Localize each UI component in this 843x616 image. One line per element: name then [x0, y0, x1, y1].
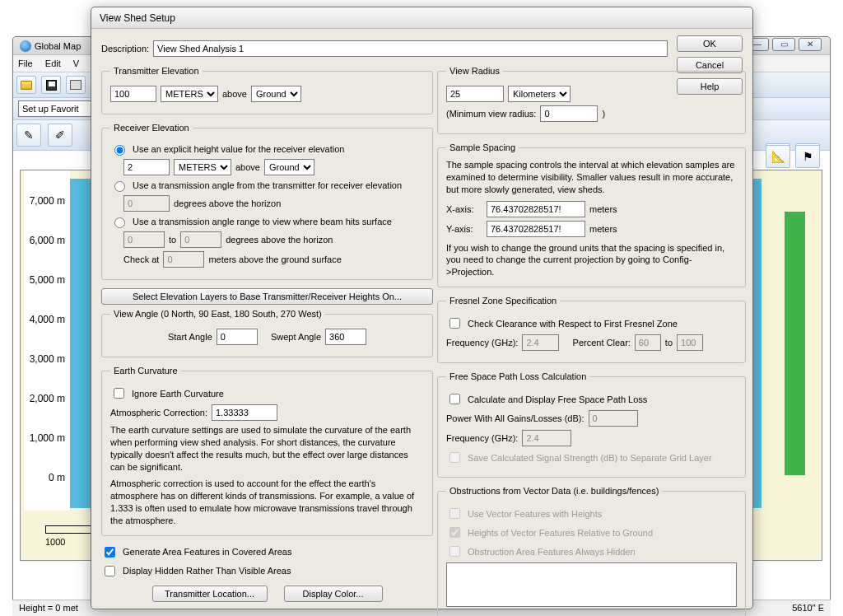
obs-hidden-checkbox [449, 546, 460, 557]
rx-angle-from [123, 231, 165, 248]
menu-v[interactable]: V [73, 58, 79, 68]
close-button[interactable]: ✕ [799, 38, 822, 51]
rx-angle-radio[interactable] [114, 181, 125, 192]
loss-power-input [589, 410, 638, 427]
tool-pan[interactable]: ✎ [16, 124, 41, 147]
description-input[interactable] [153, 40, 668, 57]
transmitter-elevation-group: Transmitter Elevation METERS above Groun… [101, 66, 433, 114]
view-radius-group: View Radius Kilometers (Minimum view rad… [437, 66, 746, 134]
view-angle-group: View Angle (0 North, 90 East, 180 South,… [101, 309, 433, 357]
atmospheric-correction-input[interactable] [212, 404, 277, 421]
min-view-radius-input[interactable] [540, 105, 598, 122]
fresnel-pc-from [635, 334, 661, 351]
rx-elev-input[interactable] [123, 159, 170, 175]
tool-flag[interactable]: ⚑ [795, 145, 820, 168]
fresnel-pc-to [677, 334, 703, 351]
land-layer [785, 212, 805, 475]
view-radius-unit[interactable]: Kilometers [508, 86, 571, 102]
scale-bar: 1000 [45, 525, 95, 548]
rx-check-elev [163, 251, 204, 268]
calc-loss-checkbox[interactable] [449, 394, 460, 404]
generate-area-checkbox[interactable] [105, 547, 115, 558]
swept-angle-input[interactable] [325, 329, 366, 345]
obs-relative-ground-checkbox [449, 527, 460, 538]
sample-spacing-group: Sample Spacing The sample spacing contro… [437, 142, 746, 287]
favorites-input[interactable] [18, 100, 92, 117]
print-button[interactable] [66, 76, 86, 94]
ok-button[interactable]: OK [677, 35, 743, 52]
save-button[interactable] [41, 76, 61, 94]
maximize-button[interactable]: ▭ [772, 38, 795, 51]
open-button[interactable] [16, 76, 36, 94]
transmitter-location-button[interactable]: Transmitter Location... [152, 586, 268, 602]
rx-explicit-radio[interactable] [114, 145, 125, 156]
select-layers-button[interactable]: Select Elevation Layers to Base Transmit… [101, 288, 433, 305]
tool-measure[interactable]: 📐 [766, 145, 790, 168]
status-coords: 5610" E [792, 603, 824, 614]
tx-elev-input[interactable] [110, 86, 156, 102]
path-loss-group: Free Space Path Loss Calculation Calcula… [437, 371, 746, 478]
tool-erase[interactable]: ✐ [48, 124, 72, 147]
tx-elev-unit[interactable]: METERS [161, 86, 218, 102]
fresnel-check-checkbox[interactable] [449, 318, 460, 329]
obs-use-vector-checkbox [449, 508, 460, 519]
view-radius-input[interactable] [446, 86, 504, 102]
rx-angle-input [123, 195, 170, 212]
receiver-elevation-group: Receiver Elevation Use an explicit heigh… [101, 123, 433, 280]
window-controls: — ▭ ✕ [746, 38, 822, 51]
description-label: Description: [101, 44, 149, 54]
display-color-button[interactable]: Display Color... [284, 586, 383, 602]
viewshed-dialog: View Shed Setup Description: OK Cancel H… [91, 7, 753, 609]
earth-curvature-group: Earth Curvature Ignore Earth Curvature A… [101, 366, 433, 536]
y-spacing-input[interactable] [487, 221, 585, 237]
rx-angle-to [180, 231, 221, 248]
earth-curvature-help1: The earth curvature settings are used to… [110, 424, 424, 473]
x-spacing-input[interactable] [487, 201, 585, 217]
printer-icon [70, 80, 82, 90]
globe-icon [20, 40, 31, 52]
start-angle-input[interactable] [217, 329, 258, 345]
loss-freq-input [522, 430, 571, 446]
ignore-curvature-checkbox[interactable] [114, 388, 124, 399]
fresnel-group: Fresnel Zone Specification Check Clearan… [437, 296, 746, 363]
rx-range-radio[interactable] [114, 217, 125, 228]
save-signal-checkbox [449, 452, 460, 463]
menu-file[interactable]: File [18, 58, 33, 68]
tx-elev-ref[interactable]: Ground [251, 86, 301, 102]
menu-edit[interactable]: Edit [45, 58, 61, 68]
obstructions-group: Obstructions from Vector Data (i.e. buil… [437, 486, 746, 616]
rx-elev-unit[interactable]: METERS [174, 159, 231, 175]
folder-open-icon [21, 81, 32, 90]
fresnel-freq-input [522, 334, 559, 351]
dialog-title: View Shed Setup [91, 7, 752, 29]
status-height: Height = 0 met [19, 603, 78, 614]
elevation-axis: 7,000 m 6,000 m 5,000 m 4,000 m 3,000 m … [24, 170, 70, 511]
floppy-icon [46, 80, 57, 91]
obstructions-list[interactable] [446, 562, 737, 607]
display-hidden-checkbox[interactable] [105, 566, 115, 576]
earth-curvature-help2: Atmospheric correction is used to accoun… [110, 478, 424, 526]
rx-elev-ref[interactable]: Ground [264, 159, 314, 175]
